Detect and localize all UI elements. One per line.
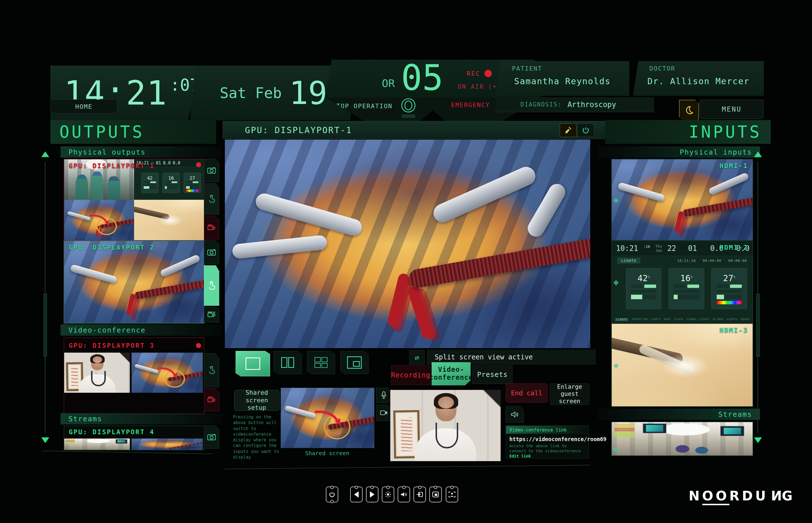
operation-ring-icon (401, 98, 415, 112)
end-call-button[interactable]: End call (506, 383, 548, 403)
date-day: 19 (289, 75, 327, 111)
patient-panel: PATIENT Samantha Reynolds (496, 61, 629, 96)
touch-control-button[interactable] (204, 353, 219, 387)
heart-preview-cell (132, 438, 203, 450)
menu-button[interactable]: MENU (700, 100, 764, 119)
layout-split-button[interactable] (274, 351, 302, 374)
layout-single-button[interactable] (236, 351, 270, 376)
inputs-scroll-down[interactable] (754, 437, 762, 443)
person-frame-icon (448, 491, 456, 498)
layout-pip-button[interactable] (340, 351, 368, 374)
annotation-circle (97, 218, 117, 235)
output-thumbnail-2[interactable]: GPU: DISPLAYPORT 2 (64, 240, 205, 324)
swap-view-button[interactable]: ⇄ (409, 350, 425, 364)
operation-status-button[interactable] (400, 98, 416, 120)
operation-bar (402, 115, 415, 118)
conference-link-url[interactable]: https://videoconference/room69 (506, 434, 589, 443)
color-gradient-bar (186, 190, 198, 192)
input-source-button[interactable] (414, 487, 426, 502)
send-to-display-button[interactable] (204, 216, 219, 240)
decor (116, 439, 127, 443)
input-thumbnail-1[interactable]: HDMI-1 ✥ (611, 159, 753, 241)
touch-control-button-active[interactable] (204, 265, 219, 306)
camera-toggle-button[interactable] (376, 404, 392, 421)
dash-lights-tab[interactable]: LIGHTS (618, 258, 640, 264)
heart-surgery-preview (281, 388, 374, 448)
send-to-display-button[interactable] (204, 388, 219, 411)
tab-recording[interactable]: Recording (391, 365, 430, 385)
link-panel-header: Video-conference link (506, 426, 589, 434)
dash-clock: 10:21:16 (677, 259, 696, 263)
patient-name: Samantha Reynolds (496, 76, 629, 86)
speaker-button[interactable] (506, 406, 524, 423)
dash-seconds: :16 (643, 245, 650, 249)
screenshot-button[interactable] (204, 426, 219, 449)
presenter-view-button[interactable] (446, 487, 458, 502)
shared-screen-setup-button[interactable]: Shared screen setup (234, 390, 279, 411)
edit-link-button[interactable]: Edit link (509, 454, 531, 458)
night-mode-button[interactable] (679, 100, 699, 121)
input-thumbnail-3[interactable]: HDMI-3 ✥ (611, 323, 753, 407)
dash-nav: LIGHTSOPERATING LIGHTS HVACCLOCK SIGNAL … (615, 318, 750, 321)
enlarge-guest-screen-button[interactable]: Enlarge guest screen (550, 383, 589, 405)
section-physical-outputs: Physical outputs (61, 146, 222, 158)
link-note-text: Access the above link to connect to the … (509, 444, 581, 453)
drag-move-icon[interactable]: ✥ (614, 195, 619, 205)
decor (643, 423, 667, 433)
previous-button[interactable] (350, 487, 363, 502)
drag-move-icon[interactable]: ✥ (614, 360, 619, 370)
inputs-scroll-up[interactable] (754, 151, 762, 157)
layout-quad-button[interactable] (307, 351, 335, 374)
section-streams-inputs: Streams (598, 409, 760, 420)
decor (75, 175, 88, 200)
touch-icon (207, 281, 216, 290)
input-thumbnail-4[interactable]: ✥ (611, 421, 753, 456)
or-video-routing-app: 14:21 :07 Sat Feb 19 HOME OR 05 REC ON A… (0, 0, 812, 523)
power-button[interactable] (326, 487, 338, 502)
screenshot-button[interactable] (204, 159, 219, 182)
conference-link-note: Access the above link to connect to the … (506, 443, 589, 459)
shared-preview-cell (132, 353, 203, 393)
doctor-label: DOCTOR (650, 65, 675, 72)
outputs-scroll-up[interactable] (41, 151, 49, 157)
volume-icon (400, 491, 407, 498)
touch-control-button[interactable] (204, 183, 219, 215)
brightness-button[interactable] (382, 487, 394, 502)
output-4-actions (204, 426, 219, 449)
outputs-scroll-down[interactable] (41, 437, 49, 443)
output-thumbnail-4[interactable]: GPU: DISPLAYPORT 4 (64, 426, 205, 450)
add-to-display-button[interactable] (204, 307, 219, 322)
patient-label: PATIENT (512, 65, 542, 72)
annotation-circle (164, 370, 185, 387)
tab-presets[interactable]: Presets (472, 365, 513, 384)
output-thumbnail-3[interactable]: GPU: DISPLAYPORT 3 (64, 337, 205, 414)
next-button[interactable] (366, 487, 378, 502)
video-conference-link-panel: Video-conference link https://videoconfe… (506, 426, 589, 458)
output-thumbnail-1[interactable]: 10:21 22 01 0.0 0.0 42 16 (64, 159, 205, 241)
main-video-view[interactable] (225, 140, 590, 348)
display-power-button[interactable] (577, 124, 594, 137)
emergency-button[interactable]: EMERGENCY (451, 102, 490, 108)
screenshot-button[interactable] (204, 240, 219, 264)
shared-screen-preview[interactable] (280, 387, 375, 448)
retractor (525, 181, 568, 240)
outputs-scrollbar-thumb[interactable] (44, 294, 47, 357)
drag-move-icon[interactable]: ✥ (614, 444, 619, 454)
clear-annotations-button[interactable] (560, 124, 577, 137)
diagnosis-value: Arthroscopy (567, 100, 616, 109)
input-thumbnail-2[interactable]: 10:21 :16 Thu Jan 22 01 0.0 % 0.0 °C LIG… (611, 240, 753, 324)
section-video-conference: Video-conference (61, 324, 222, 336)
drag-move-icon[interactable]: ✥ (614, 277, 619, 287)
volume-button[interactable] (398, 487, 410, 502)
output-3-label: GPU: DISPLAYPORT 3 (69, 342, 154, 349)
inputs-scrollbar-thumb[interactable] (756, 294, 760, 357)
home-button[interactable]: HOME (50, 100, 117, 113)
tab-video-conference[interactable]: Video-conference (432, 362, 471, 385)
decor (720, 426, 744, 436)
camera-icon (207, 434, 216, 440)
guest-video-view[interactable] (390, 390, 501, 462)
microphone-button[interactable] (376, 387, 392, 403)
window-mode-button[interactable] (429, 487, 442, 502)
diagnosis-label: DIAGNOSIS: (520, 101, 562, 108)
pip-layout-icon (347, 356, 362, 369)
